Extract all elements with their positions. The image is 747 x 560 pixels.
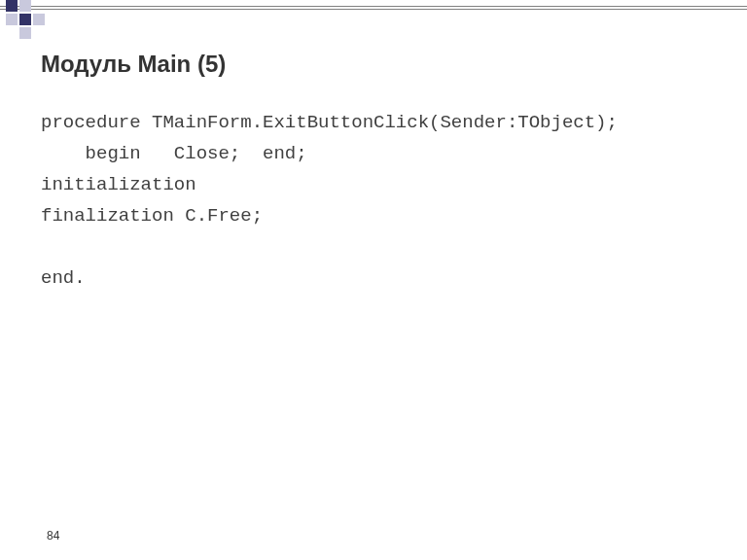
page-number: 84 [47, 529, 59, 542]
code-line: begin Close; end; [41, 143, 307, 164]
code-line: procedure TMainForm.ExitButtonClick(Send… [41, 112, 618, 133]
code-line: initialization [41, 174, 196, 195]
code-line: end. [41, 267, 86, 289]
code-block: procedure TMainForm.ExitButtonClick(Send… [41, 107, 618, 294]
code-line: finalization C.Free; [41, 205, 263, 227]
slide-decoration [0, 0, 195, 39]
slide-title: Модуль Main (5) [41, 51, 226, 78]
